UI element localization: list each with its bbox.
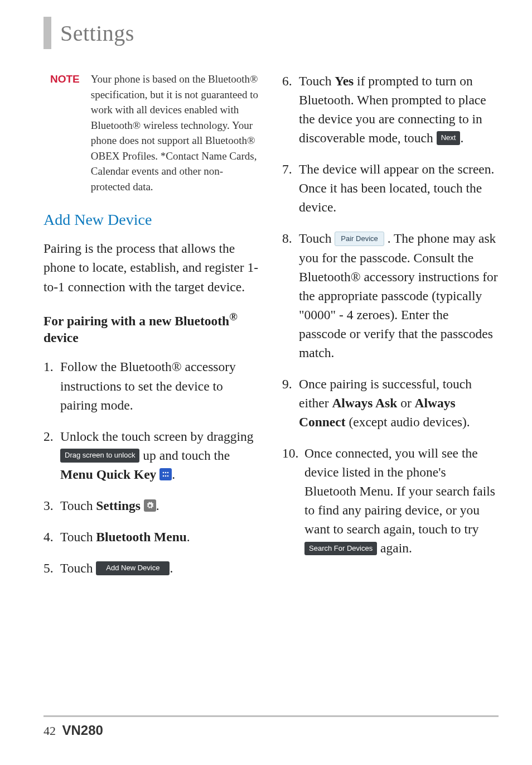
text: . The phone may ask you for the passcode… [299,231,498,359]
model-number: VN280 [62,723,103,738]
svg-point-0 [163,472,165,474]
text: or [397,396,414,410]
drag-unlock-button: Drag screen to unlock [60,449,139,463]
text: Once connected, you will see the device … [304,446,495,536]
step-body: Touch Pair Device . The phone may ask yo… [299,229,499,362]
page-number: 42 [43,724,56,738]
step-number: 7. [282,160,299,216]
text: up and touch the [139,448,230,463]
svg-point-4 [165,475,167,477]
note-body: Your phone is based on the Bluetooth® sp… [91,71,260,194]
step-number: 9. [282,374,299,431]
right-column: 6. Touch Yes if prompted to turn on Blue… [282,71,499,590]
text: again. [377,541,412,555]
step-5: 5. Touch Add New Device. [43,559,260,578]
text: Touch [299,231,335,246]
text: Unlock the touch screen by dragging [60,429,254,444]
step-body: The device will appear on the screen. On… [299,160,499,216]
step-2: 2. Unlock the touch screen by dragging D… [43,427,260,484]
text: Touch [60,561,96,575]
next-button: Next [437,131,461,145]
subheading-post: device [43,330,79,345]
text: . [460,131,463,145]
step-body: Unlock the touch screen by dragging Drag… [60,427,260,484]
page-footer: 42 VN280 [43,715,499,738]
section-heading: Add New Device [43,211,260,229]
subheading-pre: For pairing with a new Bluetooth [43,313,229,328]
step-body: Touch Bluetooth Menu. [60,527,260,546]
step-body: Once connected, you will see the device … [304,444,499,557]
intro-paragraph: Pairing is the process that allows the p… [43,239,260,296]
settings-label: Settings [96,498,144,513]
content-columns: NOTE Your phone is based on the Bluetoot… [43,71,499,590]
gear-icon [144,499,156,512]
header-accent-bar [43,17,51,49]
step-9: 9. Once pairing is successful, touch eit… [282,374,499,431]
menu-quick-key-label: Menu Quick Key [60,467,159,482]
svg-point-5 [167,475,169,477]
step-number: 1. [43,357,60,414]
search-for-devices-button: Search For Devices [304,542,377,556]
step-10: 10. Once connected, you will see the dev… [282,444,499,557]
yes-label: Yes [335,74,354,88]
step-body: Once pairing is successful, touch either… [299,374,499,431]
steps-right-list: 6. Touch Yes if prompted to turn on Blue… [282,71,499,557]
step-3: 3. Touch Settings . [43,496,260,515]
page-header: Settings [43,17,499,49]
step-8: 8. Touch Pair Device . The phone may ask… [282,229,499,362]
step-body: Touch Settings . [60,496,260,515]
svg-point-2 [167,472,169,474]
page-title: Settings [60,20,134,49]
text: Touch [299,74,335,88]
step-number: 5. [43,559,60,578]
bluetooth-menu-label: Bluetooth Menu [96,530,187,544]
add-new-device-button: Add New Device [96,561,170,575]
text: Touch [60,530,96,544]
text: . [156,498,159,513]
step-number: 8. [282,229,299,362]
note-label: NOTE [50,71,80,194]
svg-point-3 [163,475,165,477]
note-block: NOTE Your phone is based on the Bluetoot… [43,71,260,194]
always-ask-label: Always Ask [332,396,397,410]
text: (except audio devices). [346,415,470,429]
menu-grid-icon [159,468,172,480]
step-body: Touch Yes if prompted to turn on Bluetoo… [299,71,499,147]
text: . [170,561,173,575]
step-body: Touch Add New Device. [60,559,260,578]
text: Touch [60,498,96,513]
step-number: 6. [282,71,299,147]
svg-point-1 [165,472,167,474]
step-number: 4. [43,527,60,546]
pair-device-button: Pair Device [335,232,384,247]
subheading: For pairing with a new Bluetooth® device [43,310,260,347]
step-number: 10. [282,444,304,557]
step-number: 2. [43,427,60,484]
steps-left-list: 1. Follow the Bluetooth® accessory instr… [43,357,260,578]
left-column: NOTE Your phone is based on the Bluetoot… [43,71,260,590]
step-7: 7. The device will appear on the screen.… [282,160,499,216]
step-4: 4. Touch Bluetooth Menu. [43,527,260,546]
registered-mark: ® [229,311,238,323]
step-number: 3. [43,496,60,515]
text: . [172,467,175,482]
text: . [187,530,190,544]
step-body: Follow the Bluetooth® accessory instruct… [60,357,260,414]
step-6: 6. Touch Yes if prompted to turn on Blue… [282,71,499,147]
step-1: 1. Follow the Bluetooth® accessory instr… [43,357,260,414]
